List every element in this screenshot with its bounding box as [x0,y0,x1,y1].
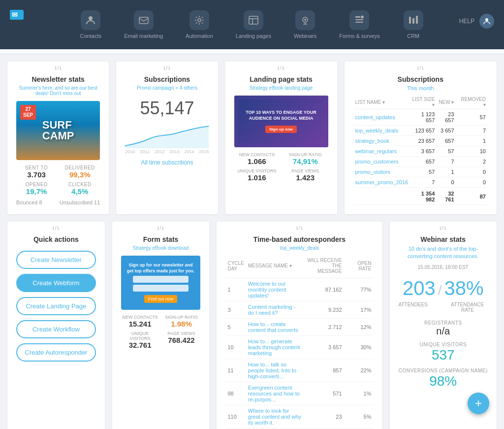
will-receive: 87.162 [305,278,344,301]
qa-widget-label: 1/1 [52,226,60,231]
form-unique-val: 32.761 [121,341,159,349]
clicked-stat: CLICKED 4,5% [60,182,100,196]
subheader [0,49,504,54]
totals-new: 32 761 [437,188,456,205]
webinar-unique-label: UNIQUE VISITORS [399,342,488,347]
sidebar-item-crm[interactable]: CRM [394,4,433,45]
webinar-registrants-label: REGISTRANTS [399,320,488,326]
tbr-col-name: MESSAGE NAME ▾ [246,256,305,278]
logo[interactable]: ✉ [10,10,24,21]
message-name[interactable]: How to... create content that converts [246,319,305,336]
list-removed: 10 [456,146,488,157]
lp-signup-ratio: SIGN-UP RATIO 74,91% [283,152,328,165]
list-name[interactable]: webinar_regulars [353,146,410,157]
create-autoresponder-button[interactable]: Create Autoresponder [16,343,96,362]
svg-rect-12 [355,16,360,18]
user-avatar[interactable] [479,14,494,29]
list-name[interactable]: promo_visitors [353,167,410,177]
webinar-widget-label: 1/1 [439,226,447,231]
year-2012: 2012 [155,149,164,154]
form-pageviews-val: 768.422 [162,336,201,344]
message-name[interactable]: Welcome to our monthly content updates! [246,278,305,301]
tbr-title: Time-based autoresponders [225,235,373,243]
list-name[interactable]: summer_promo_2016 [353,177,410,188]
list-removed: 2 [456,157,488,167]
nav-automation-label: Automation [186,33,213,39]
webinar-conversions-val: 98% [399,373,488,389]
form-mock-text: Sign up for our newsletter and get top o… [126,263,196,274]
will-receive: 23 [305,405,344,429]
unsubscribed-text: Unsubscribed 11 [60,199,100,205]
list-name[interactable]: top_weekly_deals [353,126,410,136]
webinar-attendees-num: 203 [403,277,436,299]
create-landing-page-button[interactable]: Create Landing Page [16,297,96,315]
create-webform-button[interactable]: Create Webform [16,274,96,292]
totals-removed: 87 [456,188,488,205]
newsletter-title: Newsletter stats [16,75,100,83]
list-removed: 7 [456,126,488,136]
col-list-name: LIST NAME ▾ [353,95,410,109]
col-removed: REMOVED ▾ [456,95,488,109]
year-2011: 2011 [140,149,150,154]
table-row: strategy_book 23 657 657 1 [353,136,488,146]
list-name[interactable]: content_updates [353,109,410,126]
date-badge: 27 SEP [20,105,36,120]
webinar-separator: / [438,283,442,298]
sidebar-item-email-marketing[interactable]: Email marketing [115,4,172,45]
fab-button[interactable]: + [468,393,489,414]
list-name[interactable]: strategy_book [353,136,410,146]
list-size: 657 [410,157,437,167]
table-row: content_updates 1 123 657 23 657 57 [353,109,488,126]
form-unique-label: UNIQUE VISITORS [121,331,159,341]
autoresponders-table: CYCLE DAY MESSAGE NAME ▾ WILL RECEIVE TH… [225,256,373,429]
sidebar-item-landing-pages[interactable]: Landing pages [227,4,280,45]
create-workflow-button[interactable]: Create Workflow [16,320,96,338]
subs-chart-title: Subscriptions [125,75,209,83]
open-rate: 12% [344,319,374,336]
create-newsletter-button[interactable]: Create Newsletter [16,251,96,269]
message-name[interactable]: How to... talk so people listed. Into to… [246,359,305,382]
col-new: NEW ▾ [437,95,456,109]
svg-rect-13 [355,19,363,20]
message-name[interactable]: Evergreen content resources and how to r… [246,382,305,405]
crm-icon [404,10,423,30]
message-name[interactable]: Content marketing - do I need it? [246,301,305,319]
sidebar-item-automation[interactable]: Automation [177,4,222,45]
svg-rect-5 [249,16,258,24]
subscriptions-data-table: LIST NAME ▾ LIST SIZE ▾ NEW ▾ REMOVED ▾ … [353,95,488,205]
message-name[interactable]: Where to look for great content and why … [246,405,305,429]
surf-text: SURFCAMP [42,120,74,141]
sidebar-item-forms-surveys[interactable]: Forms & surveys [330,4,389,45]
newsletter-image: 27 SEP SURFCAMP [16,101,100,160]
table-row: 10 How to... generate leads through cont… [225,336,373,359]
opened-val: 19,7% [16,187,57,196]
lp-new-contacts-label: NEW CONTACTS [234,152,280,157]
webinar-registrants-val: n/a [399,326,488,337]
message-name[interactable]: How to... generate leads through content… [246,336,305,359]
sidebar-item-contacts[interactable]: Contacts [71,4,110,45]
list-removed: 0 [456,177,488,188]
autoresponders-card: 1/1 Time-based autoresponders top_weekly… [217,222,382,429]
open-rate: 17% [344,301,374,319]
quick-actions-card: 1/1 Quick actions Create NewsletterCreat… [7,222,105,429]
webinar-conversions: CONVERSIONS (CAMPAIGN NAME) 98% [399,368,488,389]
nav-landing-label: Landing pages [236,33,271,39]
sidebar-item-webinars[interactable]: Webinars [285,4,325,45]
svg-rect-17 [412,18,414,24]
help-link[interactable]: HELP [459,18,474,25]
subs-chart-widget-label: 1/1 [163,66,171,70]
webinar-attendance-rate: 38% [444,277,483,299]
lp-signup-ratio-val: 74,91% [283,157,328,165]
chart-years: 2010 2011 2012 2013 2014 2015 [125,149,209,154]
opened-label: OPENED [16,182,57,187]
list-removed: 0 [456,167,488,177]
all-time-link[interactable]: All time subscritions [125,159,209,166]
lp-pageviews-label: PAGE VIEWS [283,168,328,173]
clicked-label: CLICKED [60,182,100,187]
cycle-day: 5 [225,319,246,336]
svg-text:✉: ✉ [12,11,18,19]
nav-crm-label: CRM [407,33,419,39]
form-mock-button: Find out now [144,295,178,303]
list-size: 57 [410,167,437,177]
list-name[interactable]: promo_customers [353,157,410,167]
